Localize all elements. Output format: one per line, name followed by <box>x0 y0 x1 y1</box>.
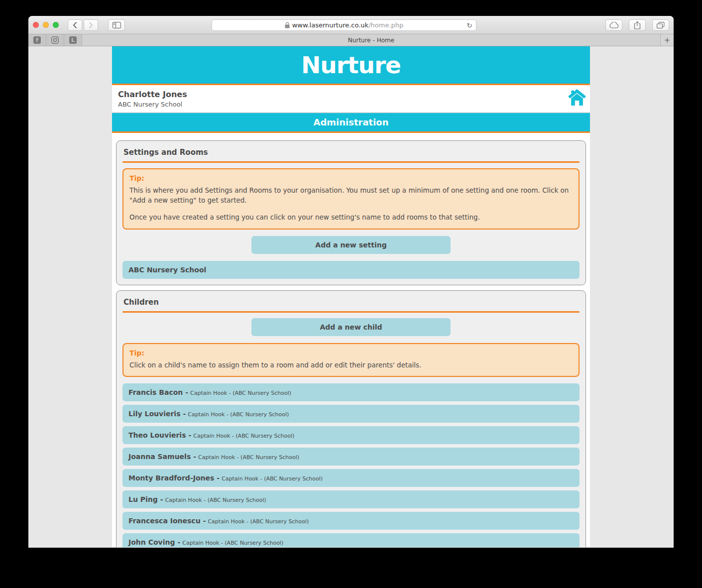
safari-window: www.lasernurture.co.uk/home.php ↻ <box>28 16 674 548</box>
page-content: Nurture Charlotte Jones ABC Nursery Scho… <box>112 46 590 547</box>
site-header: Nurture <box>112 46 590 85</box>
child-row[interactable]: Lu Ping-Captain Hook - (ABC Nursery Scho… <box>122 490 580 508</box>
instagram-icon <box>51 36 59 44</box>
add-child-button[interactable]: Add a new child <box>251 318 451 336</box>
orange-rule <box>122 311 580 313</box>
site-logo: Nurture <box>301 51 401 79</box>
children-section: Children Add a new child Tip: Click on a… <box>116 290 586 547</box>
user-name: Charlotte Jones <box>118 90 584 99</box>
user-organisation: ABC Nursery School <box>118 101 584 108</box>
nav-buttons <box>68 19 98 31</box>
cloud-icon <box>609 22 619 28</box>
url-host: www.lasernurture.co.uk <box>292 21 368 29</box>
tip-paragraph: This is where you add Settings and Rooms… <box>129 186 573 205</box>
icloud-button[interactable] <box>605 19 622 31</box>
tab-title: Nurture - Home <box>348 37 394 44</box>
tip-paragraph: Once you have created a setting you can … <box>129 213 573 223</box>
chevron-left-icon <box>73 22 77 28</box>
tip-paragraph: Click on a child's name to assign them t… <box>129 360 573 370</box>
pinned-tab-l[interactable]: L <box>64 34 82 46</box>
child-row[interactable]: Joanna Samuels-Captain Hook - (ABC Nurse… <box>122 448 580 466</box>
child-row[interactable]: Theo Louvieris-Captain Hook - (ABC Nurse… <box>122 426 580 444</box>
tip-label: Tip: <box>129 174 573 182</box>
toolbar-right-buttons <box>605 19 669 31</box>
minimize-window-button[interactable] <box>43 22 49 28</box>
fullscreen-window-button[interactable] <box>53 22 59 28</box>
home-button[interactable] <box>568 89 586 106</box>
lock-icon <box>285 22 290 28</box>
admin-nav-bar[interactable]: Administration <box>112 113 590 133</box>
child-row[interactable]: Lily Louvieris-Captain Hook - (ABC Nurse… <box>122 405 580 423</box>
home-icon <box>568 89 586 106</box>
pinned-tab-instagram[interactable] <box>46 34 64 46</box>
facebook-icon: f <box>33 36 41 44</box>
address-bar[interactable]: www.lasernurture.co.uk/home.php ↻ <box>212 19 476 31</box>
child-row[interactable]: John Coving-Captain Hook - (ABC Nursery … <box>122 533 580 547</box>
child-row[interactable]: Francis Bacon-Captain Hook - (ABC Nurser… <box>122 383 580 401</box>
settings-tip-box: Tip: This is where you add Settings and … <box>122 168 580 230</box>
window-controls <box>33 22 59 28</box>
forward-button[interactable] <box>84 19 98 31</box>
show-all-tabs-button[interactable] <box>652 19 669 31</box>
add-setting-button[interactable]: Add a new setting <box>251 236 451 254</box>
url-path: /home.php <box>368 21 403 29</box>
sidebar-button[interactable] <box>108 19 125 31</box>
setting-row[interactable]: ABC Nursery School <box>122 261 580 279</box>
share-button[interactable] <box>629 19 646 31</box>
tabs-overview-icon <box>657 22 665 29</box>
browser-toolbar: www.lasernurture.co.uk/home.php ↻ <box>28 16 674 34</box>
child-row[interactable]: Francesca Ionescu-Captain Hook - (ABC Nu… <box>122 512 580 530</box>
admin-nav-title: Administration <box>313 117 388 127</box>
back-button[interactable] <box>68 19 82 31</box>
settings-and-rooms-section: Settings and Rooms Tip: This is where yo… <box>116 140 586 285</box>
close-window-button[interactable] <box>33 22 39 28</box>
children-tip-box: Tip: Click on a child's name to assign t… <box>122 343 580 377</box>
user-bar: Charlotte Jones ABC Nursery School <box>112 85 590 112</box>
letter-l-icon: L <box>69 36 77 44</box>
refresh-icon[interactable]: ↻ <box>467 22 472 29</box>
pinned-tab-facebook[interactable]: f <box>28 34 46 46</box>
page-viewport: Nurture Charlotte Jones ABC Nursery Scho… <box>28 46 674 547</box>
active-tab[interactable]: Nurture - Home <box>82 34 660 46</box>
share-icon <box>634 21 641 29</box>
section-title-children: Children <box>123 298 579 307</box>
main-area: Settings and Rooms Tip: This is where yo… <box>112 133 590 547</box>
section-title-settings: Settings and Rooms <box>123 148 579 157</box>
child-row[interactable]: Monty Bradford-Jones-Captain Hook - (ABC… <box>122 469 580 487</box>
chevron-right-icon <box>89 22 93 28</box>
orange-rule <box>122 161 580 163</box>
new-tab-button[interactable]: + <box>660 34 674 46</box>
sidebar-icon <box>113 22 121 28</box>
tip-label: Tip: <box>129 349 573 357</box>
tab-bar: f L Nurture - Home + <box>28 34 674 46</box>
